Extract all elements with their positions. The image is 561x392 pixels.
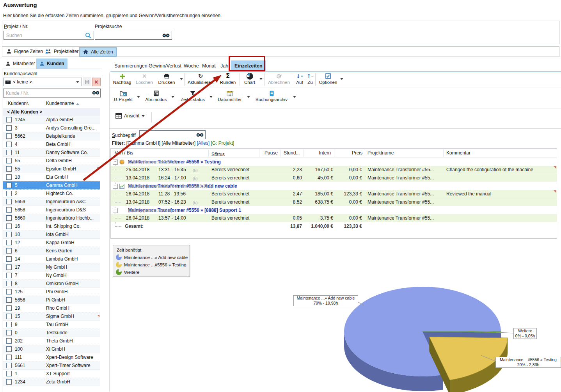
customer-checkbox[interactable] [6, 289, 12, 294]
drucken-dropdown-icon[interactable] [180, 78, 183, 80]
customer-checkbox[interactable] [6, 232, 12, 237]
table-row[interactable]: − Maintenance Transformer #5556 » Testin… [111, 158, 557, 166]
auf-button[interactable]: ↓+ Auf [294, 73, 305, 85]
buchungsarchiv-dropdown-icon[interactable] [293, 96, 296, 98]
save-filter-button[interactable] [83, 78, 91, 86]
tab-projektleiter[interactable]: Projektleiter [42, 47, 82, 56]
column-kundenname[interactable]: Kundenname [46, 101, 79, 106]
filter-grouping[interactable]: [G: Projekt] [211, 140, 234, 146]
table-row[interactable]: − 13.04.2018 16:24 - 17:00 (N) Bereits v… [111, 174, 557, 182]
customer-row[interactable]: 18 Eta GmbH [3, 173, 100, 181]
tab-eigene-zeiten[interactable]: Eigene Zeiten [3, 47, 46, 56]
tab-monat[interactable]: Monat [199, 60, 219, 71]
customer-row[interactable]: 100 Xi GmbH [3, 345, 100, 353]
customer-row[interactable]: 202 Theta GmbH [3, 337, 100, 345]
chart-button[interactable]: Chart [241, 73, 258, 85]
customer-checkbox[interactable] [6, 256, 12, 262]
customer-checkbox[interactable] [6, 379, 12, 385]
customer-checkbox[interactable] [6, 207, 12, 213]
customer-checkbox[interactable] [6, 158, 12, 163]
all-customers-row[interactable]: < Alle Kunden > [3, 108, 100, 116]
ansicht-button[interactable]: Ansicht [115, 113, 145, 119]
collapse-icon[interactable]: − [113, 160, 118, 165]
datumsfilter-button[interactable]: 12 Datumsfilter [216, 90, 243, 102]
table-row[interactable]: − 26.04.2018 11:28 - 13:56 Bereits verre… [111, 190, 557, 198]
table-row[interactable]: − Maintenance Transformer #5556 » Add ne… [111, 182, 557, 190]
customer-checkbox[interactable] [6, 199, 12, 204]
delete-filter-button[interactable]: ✕ [92, 78, 101, 86]
customer-row[interactable]: 125 Phi GmbH [3, 288, 100, 296]
customer-checkbox[interactable] [6, 371, 12, 376]
customer-checkbox[interactable] [6, 322, 12, 327]
optionen-dropdown-icon[interactable] [340, 78, 343, 80]
customer-checkbox[interactable] [6, 174, 12, 180]
drucken-button[interactable]: Drucken [155, 73, 178, 85]
customer-row[interactable]: 3 Andys Consulting Gro... [3, 124, 100, 132]
aktualisieren-button[interactable]: ↻ Aktualisieren [186, 73, 215, 85]
customer-checkbox[interactable] [6, 338, 12, 344]
customer-search-input[interactable] [3, 89, 101, 98]
buchungsarchiv-button[interactable]: Buchungsarchiv [254, 90, 289, 102]
panel-splitter[interactable] [109, 73, 110, 392]
customer-checkbox[interactable] [6, 297, 12, 303]
customer-checkbox[interactable] [6, 281, 12, 286]
customer-checkbox[interactable] [6, 223, 12, 229]
customer-checkbox[interactable] [6, 125, 12, 131]
column-pause[interactable]: Pause [258, 150, 278, 156]
customer-checkbox[interactable] [6, 330, 12, 335]
customer-row[interactable]: 19 Rho GmbH [3, 304, 100, 312]
collapse-icon[interactable]: − [113, 184, 118, 189]
customer-checkbox[interactable] [6, 150, 12, 155]
column-kundennr[interactable]: Kundennr. [8, 101, 29, 106]
customer-list-header[interactable]: Kundennr. Kundenname [3, 99, 100, 108]
customer-row[interactable]: 8 Omikron GmbH [3, 280, 100, 288]
customer-checkbox[interactable] [6, 215, 12, 221]
customer-row[interactable]: 1234 Zeta GmbH [3, 378, 100, 386]
zeitststatus-button[interactable]: Zeitst.status [179, 90, 207, 102]
customer-row[interactable]: 5 Gamma GmbH [3, 181, 100, 190]
gprojekt-button[interactable]: G:Projekt [112, 90, 134, 102]
table-row[interactable]: − 25.04.2018 13:31 - 15:45 (N) Bereits v… [111, 166, 557, 174]
filter-alles[interactable]: [Alles] [197, 140, 209, 146]
table-row[interactable]: − 13,87 1.040,00 € 123,33 € Gesamt: [111, 222, 557, 230]
search-term-input[interactable] [139, 130, 206, 139]
tab-kunden[interactable]: Kunden [36, 59, 67, 69]
customer-row[interactable]: 15 Sigma GmbH [3, 312, 100, 321]
customer-checkbox[interactable] [6, 363, 12, 368]
tab-gewinn-verlust[interactable]: Gewinn/Verlust [145, 60, 185, 71]
datumsfilter-dropdown-icon[interactable] [247, 96, 250, 98]
abrmodus-dropdown-icon[interactable] [171, 96, 174, 98]
customer-checkbox[interactable] [6, 142, 12, 147]
customer-row[interactable]: 1 XT Support [3, 370, 100, 378]
customer-row[interactable]: 5661 Xpert-Timer Software [3, 362, 100, 370]
abrmodus-button[interactable]: Abr.modus [144, 90, 169, 102]
customer-row[interactable]: 5659 Ingenieurbüro A&C [3, 198, 100, 206]
customer-checkbox[interactable] [6, 183, 12, 188]
table-row[interactable]: − 13.04.2018 07:52 - 16:23 (N) Bereits v… [111, 198, 557, 206]
customer-row[interactable]: 55 Epsilon GmbH [3, 165, 100, 173]
customer-row[interactable]: 2 Hightech Co. [3, 190, 100, 198]
customer-checkbox[interactable] [6, 314, 12, 319]
customer-row[interactable]: 1245 Alpha GmbH [3, 116, 100, 124]
column-stunden[interactable]: Stund... [284, 150, 300, 156]
customer-row[interactable]: 111 Xpert-Design Software [3, 353, 100, 362]
loeschen-button[interactable]: ✕ Löschen [134, 73, 154, 85]
customer-row[interactable]: 7 Ny GmbH [3, 271, 100, 280]
table-row[interactable]: − Maintenance Transformer #5556 » [8888]… [111, 206, 557, 214]
ansicht-dropdown-icon[interactable] [142, 115, 145, 117]
customer-checkbox[interactable] [6, 248, 12, 254]
customer-checkbox[interactable] [6, 191, 12, 196]
customer-row[interactable]: 5658 Ingenieurbüro D&S [3, 206, 100, 214]
customer-row[interactable]: 55 Delta GmbH [3, 157, 100, 165]
column-intern[interactable]: Intern [304, 150, 331, 156]
search-icon[interactable] [85, 32, 91, 39]
customer-row[interactable]: 11 Danny Software Co. [3, 149, 100, 157]
projectsearch-input[interactable] [95, 31, 172, 40]
tab-alle-zeiten[interactable]: Alle Zeiten [79, 47, 117, 57]
table-row[interactable]: − 26.04.2018 13:57 - 14:00 Bereits verre… [111, 214, 557, 222]
customer-row[interactable]: 4 Beta GmbH [3, 140, 100, 149]
column-kommentar[interactable]: Kommentar [446, 150, 470, 156]
customer-filter-combobox[interactable]: < keine > [3, 78, 82, 86]
gprojekt-dropdown-icon[interactable] [137, 96, 140, 98]
customer-checkbox[interactable] [6, 355, 12, 360]
